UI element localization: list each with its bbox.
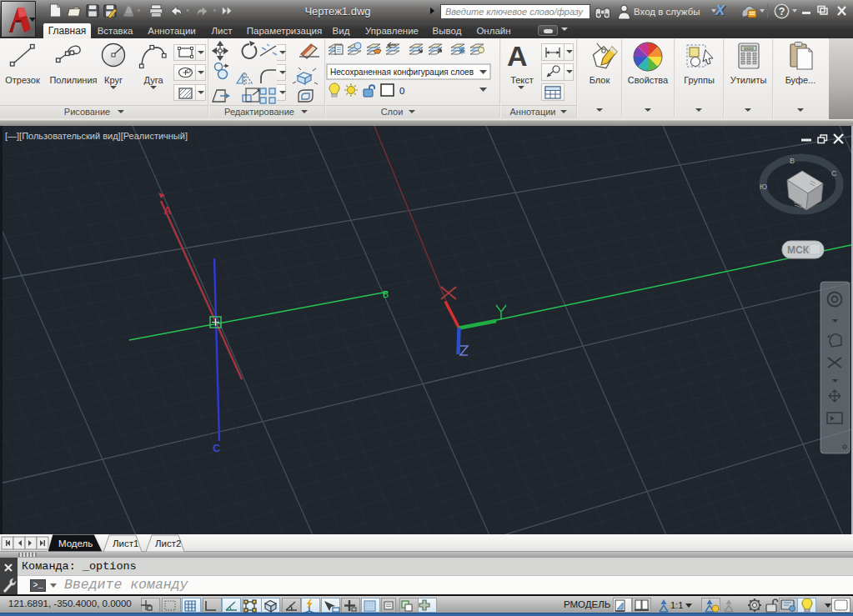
svg-text:МСК: МСК bbox=[787, 244, 810, 256]
svg-text:8888: 8888 bbox=[744, 47, 754, 52]
svg-text:Модель: Модель bbox=[58, 538, 93, 548]
svg-text:Лист1: Лист1 bbox=[113, 538, 138, 548]
svg-text:1:1: 1:1 bbox=[670, 600, 683, 610]
svg-text:?: ? bbox=[779, 6, 785, 18]
svg-text:Ю: Ю bbox=[760, 183, 767, 191]
svg-text:Лист2: Лист2 bbox=[155, 538, 181, 548]
svg-text:0: 0 bbox=[399, 86, 404, 96]
svg-text:С: С bbox=[831, 169, 837, 178]
svg-text:С: С bbox=[213, 442, 221, 454]
svg-text:В: В bbox=[790, 157, 795, 165]
svg-text:Несохраненная конфигурация сло: Несохраненная конфигурация слоев bbox=[330, 67, 474, 77]
svg-text:А: А bbox=[163, 204, 172, 217]
svg-text:B: B bbox=[383, 289, 389, 299]
